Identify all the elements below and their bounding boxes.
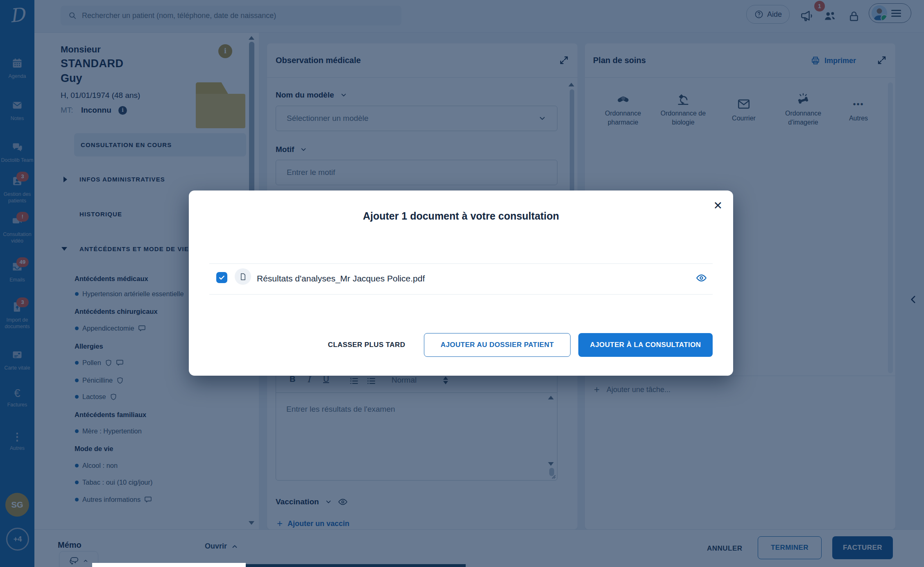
add-document-modal: ✕ Ajouter 1 document à votre consultatio… [189, 191, 733, 376]
document-icon [235, 268, 251, 285]
modal-title: Ajouter 1 document à votre consultation [189, 210, 733, 222]
close-icon[interactable]: ✕ [713, 200, 722, 211]
memo-window-edge [92, 563, 246, 567]
add-to-consultation-button[interactable]: AJOUTER À LA CONSULTATION [578, 333, 713, 357]
document-filename: Résultats d'analyses_Mr Jacques Police.p… [257, 274, 425, 284]
memo-window-edge-dark [246, 564, 466, 567]
document-checkbox[interactable] [216, 272, 227, 283]
app-root: D Agenda Notes Doctolib Team 3 Gestio [0, 0, 924, 567]
divider [209, 263, 713, 264]
divider [209, 294, 713, 295]
preview-eye-icon[interactable] [696, 272, 707, 284]
check-icon [218, 274, 225, 281]
classify-later-button[interactable]: CLASSER PLUS TARD [324, 333, 410, 357]
add-to-patient-record-button[interactable]: AJOUTER AU DOSSIER PATIENT [424, 333, 571, 357]
